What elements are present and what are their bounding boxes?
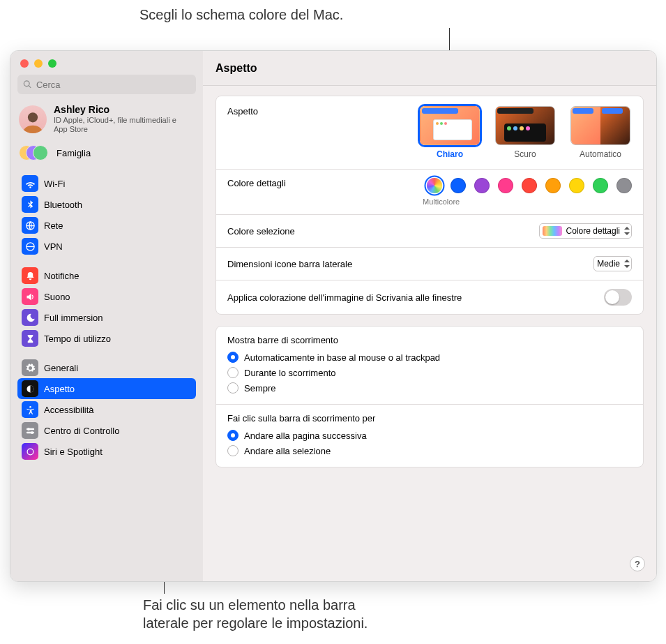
scroll-click-option-page[interactable]: Andare alla pagina successiva (227, 428, 632, 443)
bluetooth-icon (22, 196, 38, 213)
scroll-show-group: Mostra barre di scorrimento Automaticame… (216, 327, 643, 405)
help-button[interactable]: ? (630, 556, 645, 571)
scrollbar-section: Mostra barre di scorrimento Automaticame… (215, 326, 644, 467)
search-input[interactable] (36, 80, 190, 90)
callout-bottom-text: Fai clic su un elemento nella barra late… (143, 597, 368, 631)
accent-pink[interactable] (498, 178, 513, 193)
accent-blue[interactable] (451, 178, 466, 193)
family-row[interactable]: Famiglia (10, 140, 203, 169)
highlight-row: Colore selezione Colore dettagli (216, 215, 643, 248)
svg-point-4 (29, 406, 31, 408)
accent-label: Colore dettagli (227, 178, 286, 188)
system-settings-window: Ashley Rico ID Apple, iCloud+, file mult… (10, 50, 657, 582)
sliders-icon (22, 422, 38, 439)
sidebar-item-label: Centro di Controllo (44, 426, 119, 436)
sidebar-item-wifi[interactable]: Wi-Fi (17, 173, 196, 194)
hourglass-icon (22, 330, 38, 347)
svg-point-0 (28, 112, 38, 122)
radio-label: Durante lo scorrimento (244, 368, 336, 378)
appearance-option-label: Chiaro (437, 149, 463, 159)
scroll-click-group: Fai clic sulla barra di scorrimento per … (216, 405, 643, 467)
sidebar-item-network[interactable]: Rete (17, 215, 196, 236)
sidebar-icon-size-row: Dimensioni icone barra laterale Medie (216, 248, 643, 280)
radio-icon (227, 445, 239, 456)
content-pane: Aspetto Aspetto Chiaro (203, 51, 656, 581)
svg-point-7 (27, 428, 30, 430)
appearance-label: Aspetto (227, 106, 258, 117)
accent-row: Colore dettagli (216, 170, 643, 215)
callout-top: Scegli lo schema colore del Mac. (139, 7, 343, 23)
search-icon (23, 80, 32, 89)
sidebar-item-label: Notifiche (44, 271, 80, 281)
apple-id-row[interactable]: Ashley Rico ID Apple, iCloud+, file mult… (10, 100, 203, 140)
sidebar-item-vpn[interactable]: VPN (17, 236, 196, 257)
accent-green[interactable] (593, 178, 608, 193)
sidebar-item-siri[interactable]: Siri e Spotlight (17, 441, 196, 462)
traffic-lights (10, 51, 203, 75)
accent-yellow[interactable] (569, 178, 584, 193)
scroll-click-option-selection[interactable]: Andare alla selezione (227, 443, 632, 458)
sidebar-item-bluetooth[interactable]: Bluetooth (17, 194, 196, 215)
radio-icon (227, 352, 239, 363)
highlight-select[interactable]: Colore dettagli (539, 223, 632, 239)
scroll-click-header: Fai clic sulla barra di scorrimento per (216, 405, 643, 428)
appearance-option-label: Scuro (514, 149, 536, 159)
bell-icon (22, 267, 38, 284)
light-thumbnail (420, 106, 480, 145)
sidebar-item-label: Siri e Spotlight (44, 447, 103, 457)
sidebar-item-focus[interactable]: Full immersion (17, 307, 196, 328)
accent-orange[interactable] (545, 178, 561, 193)
sidebar-item-notifications[interactable]: Notifiche (17, 265, 196, 286)
sidebar-item-label: Tempo di utilizzo (44, 334, 111, 344)
sidebar-item-control-center[interactable]: Centro di Controllo (17, 420, 196, 441)
sidebar-item-label: Generali (44, 363, 78, 373)
siri-icon (22, 443, 38, 460)
sidebar-item-accessibility[interactable]: Accessibilità (17, 399, 196, 420)
scroll-show-header: Mostra barre di scorrimento (216, 327, 643, 350)
family-avatars (19, 144, 52, 162)
moon-icon (22, 309, 38, 326)
scroll-show-option-auto[interactable]: Automaticamente in base al mouse o al tr… (227, 350, 632, 365)
radio-label: Automaticamente in base al mouse o al tr… (244, 352, 440, 363)
appearance-thumbs: Chiaro Scuro (418, 106, 632, 159)
sidebar-item-label: Rete (44, 220, 63, 231)
sidebar-item-screentime[interactable]: Tempo di utilizzo (17, 328, 196, 349)
accent-purple[interactable] (474, 178, 490, 193)
sidebar-item-general[interactable]: Generali (17, 357, 196, 378)
scroll-show-option-scrolling[interactable]: Durante lo scorrimento (227, 365, 632, 380)
sidebar-icon-size-label: Dimensioni icone barra laterale (227, 259, 352, 269)
maximize-button[interactable] (48, 59, 56, 68)
content-body: Aspetto Chiaro (203, 86, 656, 581)
sidebar: Ashley Rico ID Apple, iCloud+, file mult… (10, 51, 203, 581)
sound-icon (22, 288, 38, 305)
sidebar-item-sound[interactable]: Suono (17, 286, 196, 307)
search-container (10, 75, 203, 100)
highlight-label: Colore selezione (227, 226, 295, 237)
wallpaper-tint-row: Applica colorazione dell'immagine di Scr… (216, 280, 643, 314)
sidebar-icon-size-select[interactable]: Medie (593, 256, 632, 271)
close-button[interactable] (20, 59, 29, 68)
sidebar-item-appearance[interactable]: Aspetto (17, 378, 196, 399)
appearance-option-light[interactable]: Chiaro (418, 106, 481, 159)
scroll-show-option-always[interactable]: Sempre (227, 380, 632, 396)
sidebar-item-label: Suono (44, 292, 70, 302)
svg-point-8 (31, 431, 33, 434)
callout-bottom: Fai clic su un elemento nella barra late… (143, 596, 368, 632)
sidebar-icon-size-value: Medie (597, 259, 620, 269)
wallpaper-tint-toggle[interactable] (604, 289, 632, 306)
sidebar-group-network: Wi-Fi Bluetooth Rete VPN (10, 169, 203, 261)
globe-icon (22, 217, 38, 234)
chevron-updown-icon (624, 227, 630, 235)
accent-red[interactable] (522, 178, 537, 193)
gear-icon (22, 359, 38, 376)
search-field[interactable] (17, 75, 196, 94)
accent-graphite[interactable] (616, 178, 632, 193)
accessibility-icon (22, 401, 38, 418)
minimize-button[interactable] (34, 59, 43, 68)
appearance-option-dark[interactable]: Scuro (494, 106, 557, 159)
accent-multicolor[interactable] (427, 178, 442, 193)
appearance-option-auto[interactable]: Automatico (569, 106, 632, 159)
sidebar-group-attention: Notifiche Suono Full immersion Tempo di … (10, 261, 203, 353)
wifi-icon (22, 175, 38, 192)
appearance-icon (22, 380, 38, 397)
